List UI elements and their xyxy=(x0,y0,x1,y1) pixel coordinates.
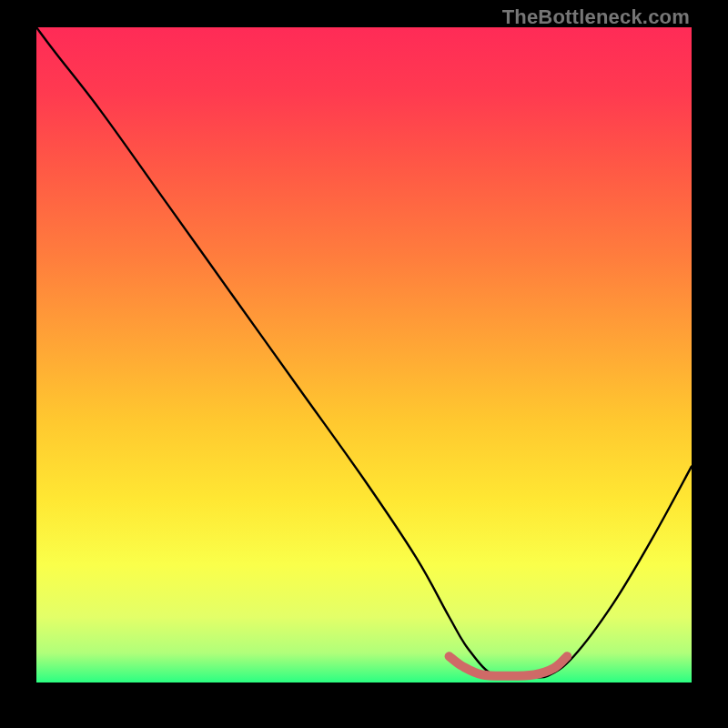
chart-svg xyxy=(36,27,692,682)
chart-frame xyxy=(36,27,692,682)
watermark-text: TheBottleneck.com xyxy=(502,5,690,29)
chart-background xyxy=(36,27,692,682)
